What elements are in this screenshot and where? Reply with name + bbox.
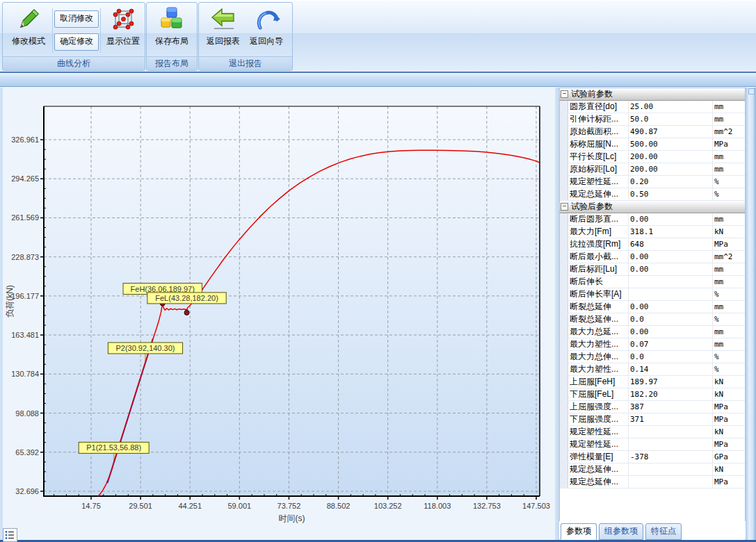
param-row[interactable]: 标称屈服[N...500.00MPa [560, 138, 745, 151]
group-caption-exit-report: 退出报告 [199, 56, 292, 70]
right-scroll-strip[interactable] [746, 88, 756, 541]
param-row[interactable]: 断裂总延伸...0.0% [560, 313, 745, 326]
param-row[interactable]: 抗拉强度[Rm]648MPa [560, 238, 745, 251]
param-value[interactable]: 0.07 [630, 338, 712, 350]
param-value[interactable]: 500.00 [630, 138, 712, 150]
column-divider [628, 376, 629, 388]
param-unit: mm [714, 163, 745, 175]
collapse-icon[interactable]: – [561, 203, 568, 211]
param-row[interactable]: 引伸计标距...50.0mm [560, 113, 745, 126]
toolbar-separator [52, 8, 53, 53]
column-divider [628, 413, 629, 425]
param-row[interactable]: 断后圆形直...0.00mm [560, 213, 745, 226]
marker-dot-FeL[interactable] [184, 310, 189, 315]
param-row[interactable]: 断裂总延伸0.00mm [560, 301, 745, 313]
param-label: 断后伸长 [570, 276, 627, 288]
param-row[interactable]: 下屈服强度...371MPa [560, 413, 745, 426]
param-value[interactable]: 0.0 [630, 313, 712, 325]
param-value[interactable]: 0.50 [630, 188, 712, 200]
param-label: 抗拉强度[Rm] [570, 238, 627, 250]
tab-参数项[interactable]: 参数项 [561, 523, 597, 540]
column-divider [712, 376, 713, 388]
param-row[interactable]: 平行长度[Lc]200.00mm [560, 151, 745, 163]
param-value[interactable]: 0.00 [630, 213, 712, 225]
load-time-chart[interactable]: 14.7529.50144.25159.00173.75288.502103.2… [3, 88, 555, 541]
param-value[interactable]: 371 [630, 413, 712, 425]
param-row[interactable]: 规定总延伸...0.50% [560, 188, 745, 201]
param-value[interactable]: 0.20 [630, 176, 712, 188]
param-row[interactable]: 弹性模量[E]-378GPa [560, 451, 745, 463]
param-value[interactable]: 182.20 [630, 388, 712, 400]
column-divider [712, 413, 713, 425]
x-tick-label: 44.251 [178, 502, 202, 510]
param-value[interactable]: -378 [630, 451, 712, 463]
param-value[interactable]: 25.00 [630, 101, 712, 113]
column-divider [628, 451, 629, 463]
column-divider [628, 326, 629, 338]
return-report-button[interactable]: 返回报表 [202, 6, 245, 54]
tab-组参数项[interactable]: 组参数项 [599, 523, 643, 540]
save-layout-label: 保存布局 [150, 35, 193, 47]
param-label: 最大力塑性... [570, 363, 627, 375]
scroll-nub[interactable] [748, 88, 755, 95]
list-view-icon[interactable] [3, 528, 17, 542]
param-value[interactable]: 50.0 [630, 113, 712, 125]
column-divider [712, 176, 713, 188]
row-gutter [560, 301, 568, 313]
param-row[interactable]: 规定塑性延...0.20% [560, 176, 745, 188]
param-row[interactable]: 最大力总延...0.00mm [560, 326, 745, 338]
cancel-modify-button[interactable]: 取消修改 [54, 10, 99, 28]
param-row[interactable]: 规定总延伸...kN [560, 463, 745, 476]
column-divider [712, 338, 713, 350]
param-row[interactable]: 最大力[Fm]318.1kN [560, 226, 745, 238]
x-tick-label: 29.501 [129, 502, 152, 510]
column-divider [712, 238, 713, 250]
param-value[interactable]: 490.87 [630, 126, 712, 138]
row-gutter [560, 363, 568, 375]
param-row[interactable]: 上屈服[FeH]189.97kN [560, 376, 745, 388]
param-label: 最大力总延... [570, 326, 627, 338]
param-row[interactable]: 断后伸长mm [560, 276, 745, 288]
param-value[interactable]: 0.00 [630, 263, 712, 275]
column-divider [712, 463, 713, 475]
param-label: 原始标距[Lo] [570, 163, 627, 175]
section-header[interactable]: –试验后参数 [560, 201, 745, 213]
param-row[interactable]: 原始标距[Lo]200.00mm [560, 163, 745, 176]
param-row[interactable]: 最大力塑性...0.14% [560, 363, 745, 376]
param-value[interactable]: 648 [630, 238, 712, 250]
param-row[interactable]: 规定总延伸...MPa [560, 476, 745, 488]
param-row[interactable]: 断后最小截...0.00mm^2 [560, 251, 745, 263]
param-row[interactable]: 断后伸长率[A]% [560, 288, 745, 301]
param-row[interactable]: 规定塑性延...kN [560, 426, 745, 438]
confirm-modify-button[interactable]: 确定修改 [54, 33, 99, 51]
show-position-button[interactable]: 显示位置 [102, 6, 145, 54]
collapse-icon[interactable]: – [561, 90, 568, 98]
modify-mode-button[interactable]: 修改模式 [7, 6, 50, 54]
save-layout-button[interactable]: 保存布局 [150, 6, 193, 54]
param-row[interactable]: 最大力塑性...0.07mm [560, 338, 745, 351]
param-value[interactable]: 0.0 [630, 351, 712, 363]
param-value[interactable]: 0.00 [630, 326, 712, 338]
param-value[interactable]: 200.00 [630, 163, 712, 175]
param-label: 断后最小截... [570, 251, 627, 263]
param-value[interactable]: 387 [630, 401, 712, 413]
param-row[interactable]: 断后标距[Lu]0.00mm [560, 263, 745, 276]
param-value[interactable]: 200.00 [630, 151, 712, 163]
param-row[interactable]: 最大力总伸...0.0% [560, 351, 745, 363]
y-tick-label: 98.088 [15, 409, 39, 418]
param-value[interactable]: 0.14 [630, 363, 712, 375]
param-row[interactable]: 规定塑性延...MPa [560, 438, 745, 451]
param-value[interactable]: 189.97 [630, 376, 712, 388]
param-value[interactable]: 0.00 [630, 251, 712, 263]
tab-特征点[interactable]: 特征点 [645, 523, 682, 540]
param-row[interactable]: 原始截面积...490.87mm^2 [560, 126, 745, 138]
param-row[interactable]: 圆形直径[do]25.00mm [560, 101, 745, 113]
param-unit: MPa [714, 238, 745, 250]
section-header[interactable]: –试验前参数 [560, 88, 745, 101]
return-wizard-button[interactable]: 返回向导 [245, 6, 288, 54]
param-value[interactable]: 318.1 [630, 226, 712, 238]
x-axis-title: 时间(s) [279, 514, 305, 523]
param-row[interactable]: 上屈服强度...387MPa [560, 401, 745, 413]
param-row[interactable]: 下屈服[FeL]182.20kN [560, 388, 745, 401]
param-value[interactable]: 0.00 [630, 301, 712, 313]
